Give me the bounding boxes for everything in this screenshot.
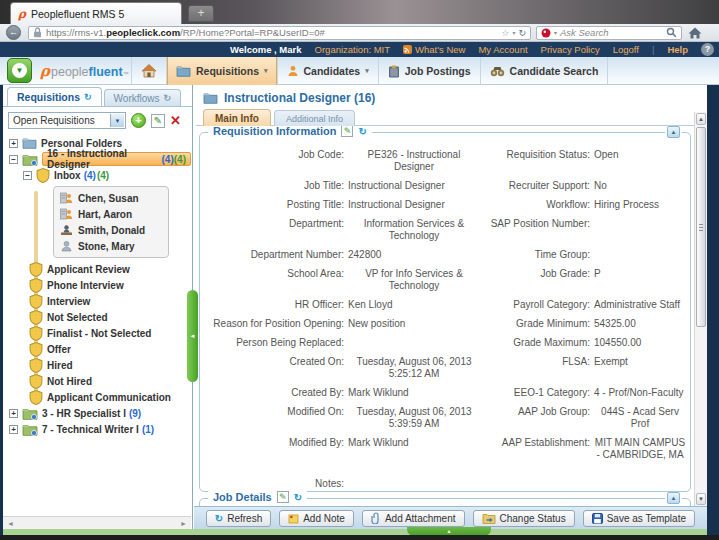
selected-requisition[interactable]: 16 - Instructional Designer (4)(4) [42,152,191,166]
search-icon[interactable] [666,27,677,38]
app-launcher-button[interactable]: ▼ [7,58,32,83]
browser-home-button[interactable] [688,27,702,39]
candidate-icon [60,224,73,236]
tree-stage[interactable]: Finalist - Not Selected [3,325,191,341]
requisition-filter-select[interactable]: Open Requisitions ▼ [8,112,126,129]
sidebar-tab-requisitions[interactable]: Requisitions↻ [7,87,102,106]
scroll-right-icon[interactable]: ► [180,520,187,527]
peoplefluent-logo: ρpeoplefluent™ [40,62,129,80]
refresh-section-icon[interactable]: ↻ [294,492,302,503]
field-label: Created By: [210,387,344,399]
my-account-link[interactable]: My Account [478,44,527,55]
tree-item-inbox[interactable]: − Inbox (4)(4) [3,167,191,183]
edit-folder-button[interactable]: ✎ [151,114,165,128]
expand-arrow-icon: ▲ [447,528,452,534]
sidebar-collapse-handle[interactable]: ◄ [187,290,198,382]
candidate-row[interactable]: Hart, Aaron [54,206,168,222]
binoculars-icon [490,66,505,77]
new-tab-button[interactable]: + [188,5,214,22]
search-input[interactable]: ▾ Ask Search [536,26,682,40]
field-value: New position [348,318,480,330]
field-label [484,468,590,478]
thumb-grip [699,227,703,228]
section-collapse-button[interactable]: ▲ [665,492,682,504]
browser-navigation-bar: ← https://rms-v1.peopleclick.com/RP/Home… [0,24,719,42]
tree-stage[interactable]: Phone Interview [3,277,191,293]
save-as-template-button[interactable]: Save as Template [583,510,695,527]
field-label: Payroll Category: [484,299,590,311]
bookmark-star-icon[interactable]: ☆ [501,28,509,38]
section-collapse-button[interactable]: ▲ [665,126,682,138]
back-button[interactable]: ← [6,25,21,40]
tree-item-technical-writer[interactable]: + 7 - Technical Writer I (1) [3,421,191,437]
field-value [594,249,686,261]
scroll-down-icon[interactable]: ▼ [696,493,706,505]
field-label: Job Grade: [484,268,590,280]
help-link[interactable]: Help [667,44,688,55]
collapse-icon[interactable]: − [9,155,18,164]
field-label: Reason for Position Opening: [210,318,344,330]
tree-stage[interactable]: Hired [3,357,191,373]
divider [3,106,192,107]
field-value: 242800 [348,249,480,261]
refresh-button[interactable]: ↻ Refresh [206,510,271,527]
tree-stage[interactable]: Interview [3,293,191,309]
delete-folder-button[interactable]: ✕ [170,114,181,127]
scroll-left-icon[interactable]: ◄ [7,520,14,527]
person-icon [287,65,299,77]
stage-shield-icon [29,294,43,309]
tree-stage[interactable]: Applicant Communication [3,389,191,405]
sidebar-horizontal-scrollbar[interactable]: ◄ ► [3,516,191,529]
tree-stage[interactable]: Not Selected [3,309,191,325]
nav-requisitions-tab[interactable]: Requisitions ▾ [167,57,278,85]
whats-new-link[interactable]: What's New [415,44,465,55]
privacy-policy-link[interactable]: Privacy Policy [541,44,600,55]
tree-stage[interactable]: Not Hired [3,373,191,389]
content-vertical-scrollbar[interactable]: ▲ ▼ [694,112,707,506]
sidebar-tab-workflows[interactable]: Workflows↻ [104,89,181,106]
nav-candidates-tab[interactable]: Candidates ▾ [278,57,379,85]
refresh-icon[interactable]: ↻ [164,93,172,103]
tree-item-hr-specialist[interactable]: + 3 - HR Specialist I (9) [3,405,191,421]
expand-icon[interactable]: + [9,409,18,418]
edit-section-icon[interactable]: ✎ [277,491,289,503]
tree-stage[interactable]: Offer [3,341,191,357]
scrollbar-thumb[interactable] [696,127,706,327]
add-attachment-button[interactable]: Add Attachment [362,510,465,527]
urlbar-dropdown-icon[interactable]: ▾ [512,29,515,36]
tree-stage[interactable]: Applicant Review [3,261,191,277]
field-label: AAP Establishment: [484,437,590,449]
add-note-button[interactable]: Add Note [279,510,354,527]
help-icon[interactable]: ? [701,43,714,56]
field-value: PE326 - Instructional Designer [348,149,480,173]
logoff-link[interactable]: Logoff [613,44,639,55]
search-engine-dropdown-icon[interactable]: ▾ [554,29,557,36]
nav-job-postings-tab[interactable]: Job Postings [379,57,481,85]
tab-additional-info[interactable]: Additional Info [274,110,355,126]
candidate-row[interactable]: Stone, Mary [54,238,168,254]
expand-icon[interactable]: + [9,425,18,434]
candidate-row[interactable]: Smith, Donald [54,222,168,238]
dropdown-caret-icon: ▾ [365,67,369,75]
address-bar[interactable]: https://rms-v1.peopleclick.com/RP/Home?P… [28,26,531,40]
nav-home-tab[interactable] [132,57,167,85]
select-caret-icon[interactable]: ▼ [110,114,124,127]
tab-main-info[interactable]: Main Info [203,109,271,126]
nav-candidate-search-tab[interactable]: Candidate Search [481,57,609,85]
change-status-button[interactable]: Change Status [473,510,575,527]
scroll-up-icon[interactable]: ▲ [696,113,706,125]
candidate-icon [60,208,73,220]
browser-tab[interactable]: ρ Peoplefluent RMS 5 [10,2,182,24]
expand-icon[interactable]: + [9,139,18,148]
refresh-section-icon[interactable]: ↻ [358,126,366,137]
stage-shield-icon [29,278,43,293]
reload-icon[interactable]: ↻ [518,28,526,38]
refresh-icon[interactable]: ↻ [84,92,92,102]
field-label: Job Code: [210,149,344,161]
tree-item-instructional-designer[interactable]: − 16 - Instructional Designer (4)(4) [3,151,191,167]
add-folder-button[interactable]: + [131,113,146,128]
collapse-icon[interactable]: − [23,171,32,180]
stage-shield-icon [29,342,43,357]
candidate-row[interactable]: Chen, Susan [54,190,168,206]
edit-section-icon[interactable]: ✎ [341,125,353,137]
